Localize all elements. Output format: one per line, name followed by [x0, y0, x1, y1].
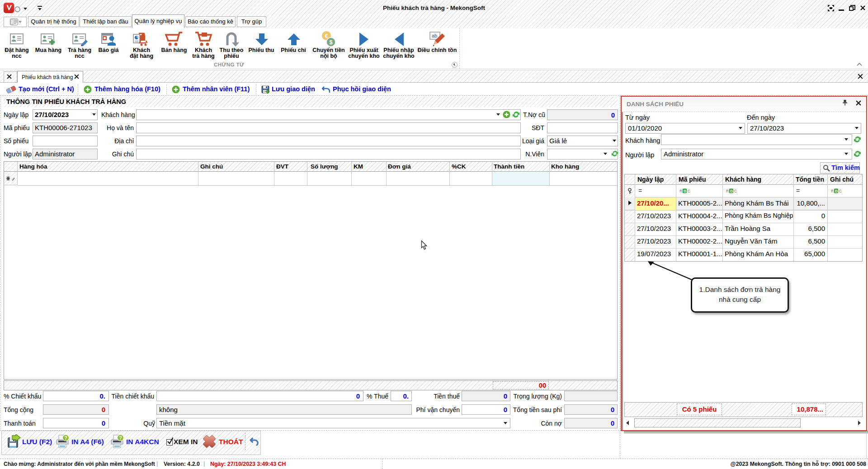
- svg-text:R: R: [726, 189, 729, 193]
- svg-text:B: B: [835, 189, 838, 193]
- svg-text:B: B: [684, 189, 686, 193]
- svg-text:C: C: [839, 189, 842, 193]
- svg-text:C: C: [688, 189, 690, 193]
- svg-text:ab: ab: [432, 33, 437, 38]
- svg-text:?: ?: [119, 435, 122, 441]
- svg-text:R: R: [679, 189, 682, 193]
- svg-text:$: $: [329, 39, 333, 46]
- svg-text:C: C: [734, 189, 737, 193]
- svg-text:B: B: [730, 189, 733, 193]
- svg-text:R: R: [831, 189, 834, 193]
- svg-text:?: ?: [64, 435, 67, 441]
- svg-text:€: €: [325, 33, 328, 39]
